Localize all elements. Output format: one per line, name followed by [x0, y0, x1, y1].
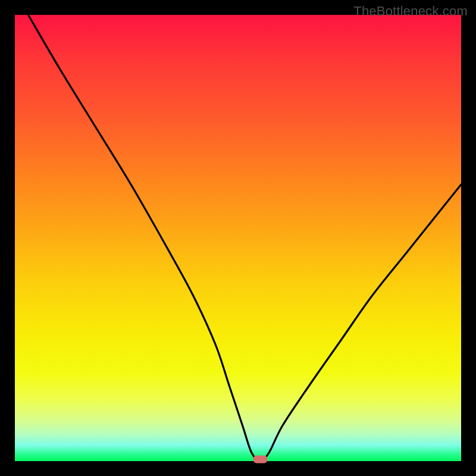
curve-svg [15, 15, 461, 461]
plot-area [15, 15, 461, 461]
watermark-text: TheBottleneck.com [353, 4, 468, 19]
minimum-marker [253, 456, 268, 464]
chart-frame: TheBottleneck.com [0, 0, 476, 476]
bottleneck-curve [29, 15, 462, 461]
